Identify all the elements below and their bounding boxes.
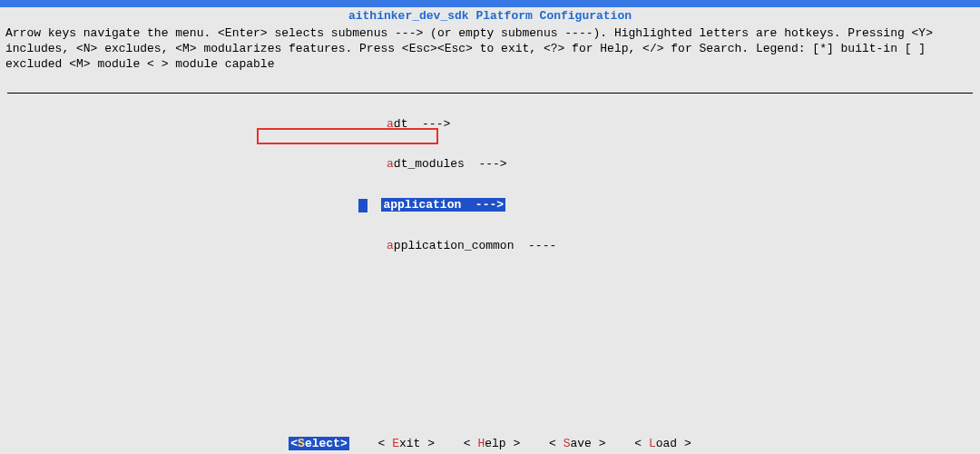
menu-item-adt[interactable]: adt ---> [316,104,973,145]
menu-list: adt ---> adt_modules ---> application --… [316,104,973,267]
window-title-bar [0,0,980,7]
button-bar: <Select> < Exit > < Help > < Save > < Lo… [0,435,980,452]
select-button[interactable]: <Select> [289,437,348,450]
button-hotkey: E [392,437,399,450]
page-title: aithinker_dev_sdk Platform Configuration [0,7,980,25]
menu-label: dt_modules [394,157,465,171]
selection-marker [358,199,368,212]
help-button[interactable]: < Help > [464,437,520,450]
menu-suffix: ---> [407,117,450,131]
menu-label: pplication [390,198,461,212]
button-hotkey: L [649,437,656,450]
save-button[interactable]: < Save > [549,437,605,450]
button-hotkey: S [298,437,305,450]
help-instructions: Arrow keys navigate the menu. <Enter> se… [0,25,980,74]
load-button[interactable]: < Load > [634,437,691,450]
menu-suffix: ---> [465,157,507,171]
menu-hotkey: a [387,117,394,131]
exit-button[interactable]: < Exit > [378,437,435,450]
menu-hotkey: a [387,157,394,171]
menu-label: dt [394,117,408,131]
menu-item-application-common[interactable]: application_common ---- [316,226,973,267]
menu-suffix: ---> [461,198,504,212]
menu-item-adt-modules[interactable]: adt_modules ---> [316,144,973,185]
menu-hotkey: a [387,239,394,252]
menu-suffix: ---- [514,239,556,252]
menu-item-application[interactable]: application ---> [316,185,505,226]
menu-container: adt ---> adt_modules ---> application --… [7,93,973,406]
menu-label: pplication_common [394,239,514,252]
